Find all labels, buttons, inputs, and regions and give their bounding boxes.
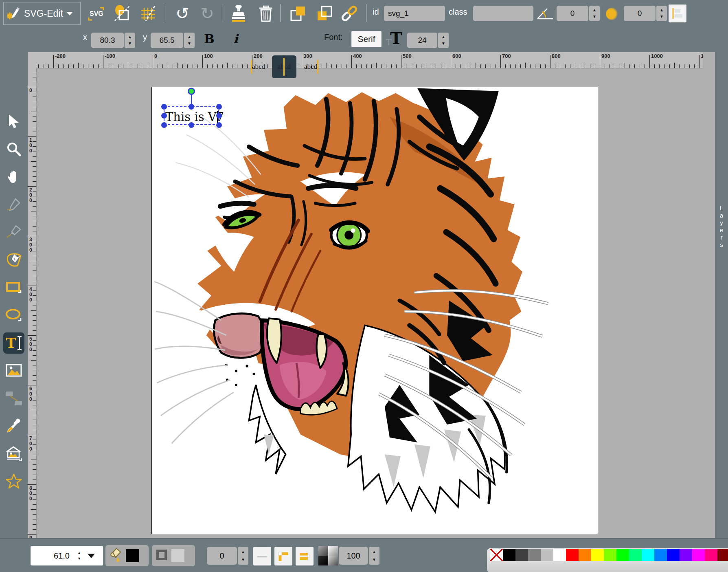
id-label: id	[373, 7, 379, 17]
tool-line[interactable]	[3, 222, 24, 243]
font-family-button[interactable]: Serif	[351, 31, 382, 47]
clone-button[interactable]	[229, 4, 248, 23]
italic-button[interactable]: i	[226, 29, 246, 48]
tool-rect[interactable]	[3, 277, 24, 298]
tool-select[interactable]	[3, 111, 24, 132]
palette-swatch[interactable]	[528, 549, 541, 561]
ruler-tick	[207, 64, 208, 68]
wireframe-mode-button[interactable]	[112, 4, 132, 23]
opacity-gradient-icon[interactable]	[318, 546, 338, 565]
ruler-tick	[63, 64, 64, 68]
angle-spinner[interactable]: ▲▼	[589, 6, 600, 21]
palette-swatch[interactable]	[680, 549, 692, 561]
opacity-input[interactable]: 100	[339, 547, 368, 565]
x-spinner[interactable]: ▲▼	[125, 33, 135, 48]
move-to-bottom-button[interactable]	[288, 4, 308, 23]
tool-zoom[interactable]	[3, 139, 24, 160]
zoom-spinner[interactable]: ▲▼	[73, 551, 85, 561]
palette-swatch[interactable]	[541, 549, 553, 561]
palette-swatch[interactable]	[629, 549, 642, 561]
tool-star[interactable]	[3, 471, 24, 492]
palette-swatch[interactable]	[604, 549, 616, 561]
palette-swatch[interactable]	[553, 549, 566, 561]
ruler-tick	[480, 64, 481, 68]
grid-toggle-button[interactable]	[138, 4, 158, 23]
ruler-tick	[496, 64, 496, 68]
palette-swatch[interactable]	[579, 549, 591, 561]
y-input[interactable]: 65.5	[151, 33, 183, 48]
rotation-handle[interactable]	[188, 88, 195, 95]
id-input[interactable]: svg_1	[384, 6, 445, 21]
tool-connector[interactable]	[3, 388, 24, 409]
palette-swatch[interactable]	[503, 549, 515, 561]
make-link-button[interactable]	[340, 4, 359, 23]
blur-spinner[interactable]: ▲▼	[656, 6, 667, 21]
redo-button[interactable]: ↻	[197, 4, 217, 23]
selection-handle-se[interactable]	[216, 122, 222, 128]
palette-swatch[interactable]	[667, 549, 680, 561]
opacity-spinner[interactable]: ▲▼	[369, 547, 379, 565]
text-anchor-end-button[interactable]: abcd	[301, 59, 320, 75]
palette-swatch[interactable]	[642, 549, 654, 561]
stroke-style-button[interactable]: —	[253, 547, 271, 565]
ruler-tick	[381, 64, 382, 68]
font-size-input[interactable]: 24	[407, 33, 437, 48]
selection-handle-sw[interactable]	[161, 122, 167, 128]
main-menu-button[interactable]: SVG-Edit	[3, 2, 81, 25]
stroke-color-swatch[interactable]	[171, 549, 184, 562]
palette-swatch[interactable]	[692, 549, 705, 561]
fill-color-swatch[interactable]	[126, 549, 139, 562]
linecap-button[interactable]	[296, 547, 314, 565]
tool-pan[interactable]	[3, 166, 24, 187]
tool-shape-library[interactable]	[3, 443, 24, 464]
ruler-tick	[33, 221, 36, 221]
x-input[interactable]: 80.3	[91, 33, 124, 48]
undo-button[interactable]: ↺	[173, 4, 192, 23]
font-size-spinner[interactable]: ▲▼	[438, 33, 449, 48]
linejoin-button[interactable]	[274, 547, 292, 565]
tool-text[interactable]: T	[3, 332, 24, 354]
stroke-width-spinner[interactable]: ▲▼	[238, 547, 248, 565]
palette-swatch[interactable]	[515, 549, 528, 561]
layers-panel-toggle[interactable]: Layers	[715, 52, 728, 538]
angle-input[interactable]: 0	[557, 6, 588, 21]
palette-swatch[interactable]	[591, 549, 604, 561]
text-anchor-start-button[interactable]: abcd	[249, 59, 268, 75]
align-relative-button[interactable]	[669, 4, 686, 22]
stroke-color-control[interactable]	[152, 545, 195, 566]
class-input[interactable]	[473, 6, 533, 21]
fill-color-control[interactable]	[105, 545, 149, 566]
move-to-top-button[interactable]	[315, 4, 334, 23]
stroke-width-input[interactable]: 0	[207, 547, 237, 565]
zoom-control[interactable]: 61.0 ▲▼	[31, 546, 103, 565]
tool-image[interactable]	[3, 360, 24, 381]
source-editor-button[interactable]: SVG	[86, 4, 106, 23]
palette-swatch[interactable]	[616, 549, 629, 561]
delete-button[interactable]	[256, 4, 276, 23]
selection-handle-nw[interactable]	[161, 104, 167, 110]
work-area[interactable]: -200-10001002003004005006007008009001000…	[28, 52, 715, 538]
selection-handle-ne[interactable]	[216, 104, 222, 110]
svg-canvas[interactable]: This is V7	[151, 87, 598, 534]
palette-swatch[interactable]	[717, 549, 728, 561]
y-spinner[interactable]: ▲▼	[184, 33, 195, 48]
palette-swatch[interactable]	[705, 549, 717, 561]
text-anchor-middle-button[interactable]: abcd	[272, 55, 296, 78]
ruler-tick	[401, 55, 401, 68]
blur-input[interactable]: 0	[624, 6, 656, 21]
palette-swatch[interactable]	[654, 549, 667, 561]
palette-swatch[interactable]	[566, 549, 579, 561]
tool-ellipse[interactable]	[3, 305, 24, 326]
ruler-tick	[466, 64, 466, 68]
selection-handle-e[interactable]	[216, 113, 222, 119]
palette-swatch-none[interactable]	[490, 549, 503, 561]
selection-handle-w[interactable]	[161, 113, 167, 119]
ruler-label: 800	[29, 486, 32, 502]
selection-handle-n[interactable]	[189, 104, 194, 110]
selection-handle-s[interactable]	[189, 122, 194, 128]
tool-path[interactable]	[3, 249, 24, 271]
tool-eyedropper[interactable]	[3, 416, 24, 437]
bold-button[interactable]: B	[200, 29, 219, 48]
zoom-dropdown-icon[interactable]	[88, 554, 95, 558]
tool-pencil[interactable]	[3, 194, 24, 215]
